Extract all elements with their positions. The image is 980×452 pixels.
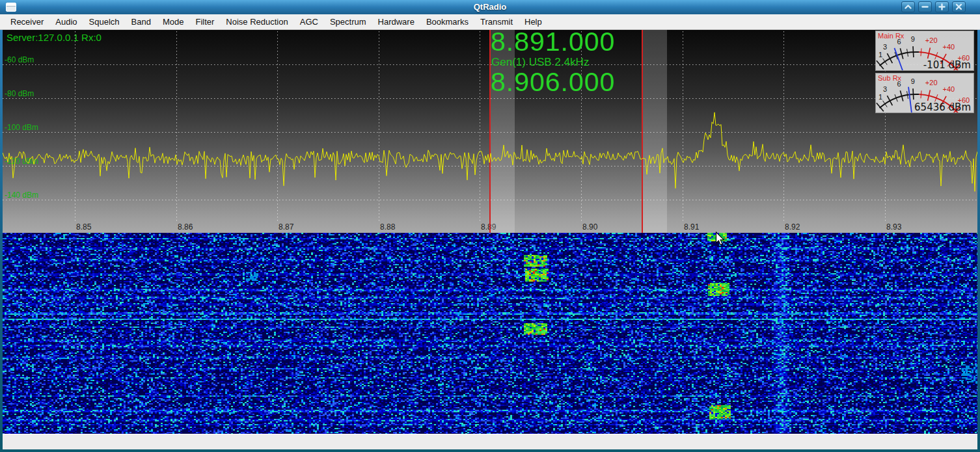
- window-border-right: [977, 14, 980, 452]
- qtradio-window: QtRadio ReceiverAudioSquelchBandModeFilt…: [0, 0, 980, 452]
- shade-button[interactable]: [901, 1, 915, 12]
- spectrum-display[interactable]: Server:127.0.0.1 Rx:0 8.891.000 Gen(1) U…: [3, 30, 977, 233]
- maximize-button[interactable]: [935, 1, 949, 12]
- window-title: QtRadio: [0, 0, 980, 14]
- menu-item-squelch[interactable]: Squelch: [83, 14, 126, 29]
- menu-item-audio[interactable]: Audio: [49, 14, 83, 29]
- title-bar[interactable]: QtRadio: [0, 0, 980, 15]
- window-border-left: [0, 14, 3, 452]
- menu-item-mode[interactable]: Mode: [157, 14, 190, 29]
- main-rx-meter: 1369+20+40+60Main Rx-101 dBm: [875, 31, 974, 71]
- analog-meter: 1369+20+40+60Sub Rx65436 dBm: [876, 73, 973, 113]
- analog-meter: 1369+20+40+60Main Rx-101 dBm: [876, 31, 973, 70]
- filter-passband-highlight: [642, 30, 667, 233]
- mouse-cursor: [715, 232, 726, 246]
- meter-title-label: Main Rx: [878, 32, 905, 40]
- spectrum-plot[interactable]: [3, 30, 977, 233]
- vfo-sub-frequency[interactable]: 8.906.000: [491, 67, 615, 98]
- chevron-up-icon: [905, 4, 912, 10]
- meter-scale-label: +20: [925, 79, 938, 86]
- menu-item-band[interactable]: Band: [126, 14, 157, 29]
- sub-rx-meter: 1369+20+40+60Sub Rx65436 dBm: [875, 73, 974, 113]
- meter-value: -101 dBm: [923, 59, 971, 70]
- meter-scale-label: 1: [878, 93, 882, 101]
- meter-value: 65436 dBm: [914, 101, 971, 113]
- meter-scale-label: 9: [911, 77, 915, 85]
- menu-item-hardware[interactable]: Hardware: [372, 14, 420, 29]
- menu-item-help[interactable]: Help: [519, 14, 548, 29]
- meter-scale-label: 9: [911, 35, 915, 43]
- menu-item-transmit[interactable]: Transmit: [474, 14, 519, 29]
- window-border-bottom: [0, 449, 980, 452]
- meter-scale-label: 3: [883, 43, 887, 51]
- minimize-button[interactable]: [918, 1, 932, 12]
- menu-item-receiver[interactable]: Receiver: [5, 14, 49, 29]
- menu-item-spectrum[interactable]: Spectrum: [324, 14, 372, 29]
- menu-item-filter[interactable]: Filter: [189, 14, 220, 29]
- menu-item-bookmarks[interactable]: Bookmarks: [420, 14, 474, 29]
- status-bar: [3, 434, 977, 449]
- maximize-icon: [938, 3, 946, 10]
- meter-scale-label: 1: [878, 51, 882, 59]
- close-button[interactable]: [952, 1, 966, 12]
- meter-scale-label: +40: [943, 43, 955, 51]
- meter-scale-label: +20: [925, 36, 938, 44]
- meter-title-label: Sub Rx: [878, 74, 902, 82]
- menu-bar: ReceiverAudioSquelchBandModeFilterNoise …: [0, 14, 980, 30]
- waterfall-display[interactable]: [3, 233, 977, 434]
- menu-item-noise-reduction[interactable]: Noise Reduction: [220, 14, 293, 29]
- close-icon: [955, 3, 962, 10]
- minimize-icon: [921, 4, 929, 10]
- menu-item-agc[interactable]: AGC: [294, 14, 324, 29]
- window-controls: [901, 1, 966, 12]
- vfo-main-frequency[interactable]: 8.891.000: [491, 27, 615, 57]
- meter-scale-label: 3: [883, 85, 887, 93]
- meter-scale-label: +40: [943, 85, 955, 93]
